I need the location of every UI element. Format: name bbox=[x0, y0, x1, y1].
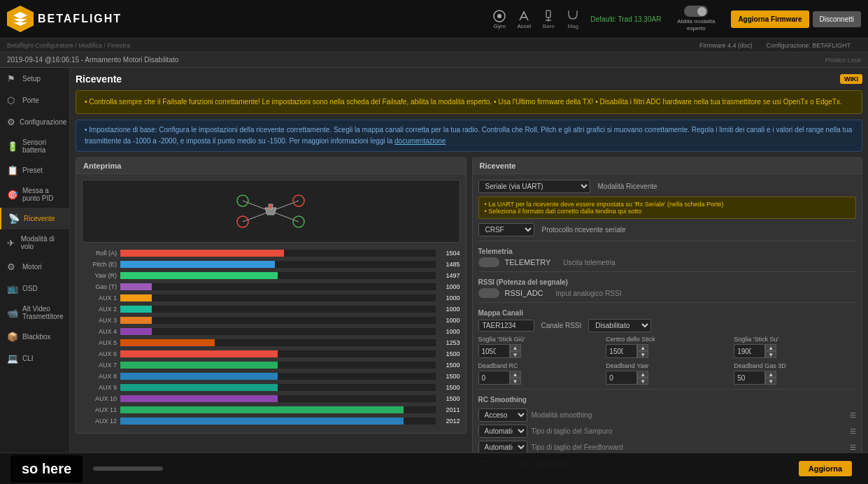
sidebar-item-sensori[interactable]: 🔋 Sensori batteria bbox=[0, 133, 69, 159]
stick-high-btns: ▲ ▼ bbox=[765, 344, 776, 358]
channel-bar-bg-1 bbox=[120, 261, 436, 268]
aggiorna-firmware-button[interactable]: Aggiorna Firmware bbox=[731, 10, 809, 28]
logo-hexagon bbox=[7, 6, 34, 32]
deadband-yaw-label: Deadband Yaw bbox=[606, 362, 728, 369]
channel-bar-fill-0 bbox=[120, 250, 284, 257]
channel-bar-bg-15 bbox=[120, 418, 436, 425]
channel-row-aux4: AUX 41000 bbox=[82, 327, 460, 336]
centro-down[interactable]: ▼ bbox=[637, 351, 648, 358]
deadband-yaw-input[interactable] bbox=[606, 371, 637, 385]
channel-bar-bg-5 bbox=[120, 306, 436, 313]
channel-bar-fill-6 bbox=[120, 317, 152, 324]
sidebar-preset-label: Preset bbox=[22, 166, 43, 174]
sidebar-item-messa[interactable]: 🎯 Messa a punto PID bbox=[0, 181, 69, 208]
smooth-auto-select-1[interactable]: Automatico bbox=[478, 425, 527, 438]
stick-low-label: Soglia 'Stick Giù' bbox=[478, 336, 601, 343]
uart-mode-select[interactable]: Seriale (via UART) bbox=[478, 180, 590, 193]
channel-bar-fill-10 bbox=[120, 362, 278, 369]
centro-label: Centro dello Stick bbox=[606, 336, 728, 343]
stick-low-up[interactable]: ▲ bbox=[510, 344, 521, 351]
telemetria-toggle[interactable] bbox=[478, 257, 499, 267]
channel-bar-fill-8 bbox=[120, 339, 215, 346]
sidebar-item-preset[interactable]: 📋 Preset bbox=[0, 159, 69, 181]
deadband-rc-input[interactable] bbox=[478, 371, 510, 385]
telemetria-out-label: Uscita telemetria bbox=[563, 259, 615, 266]
sidebar-item-cli[interactable]: 💻 CLI bbox=[0, 348, 69, 369]
deadband-gas-label: Deadband Gas 3D bbox=[734, 362, 856, 369]
sidebar-blackbox-label: Blackbox bbox=[22, 333, 51, 341]
channel-bar-bg-10 bbox=[120, 362, 436, 369]
deadband-gas-down[interactable]: ▼ bbox=[765, 378, 776, 385]
sidebar-item-blackbox[interactable]: 📦 Blackbox bbox=[0, 326, 69, 348]
channel-row-aux9: AUX 91500 bbox=[82, 383, 460, 392]
channel-value-10: 1500 bbox=[436, 362, 460, 369]
main-two-col: Anteprima bbox=[76, 157, 862, 484]
deadband-gas-up[interactable]: ▲ bbox=[765, 371, 776, 378]
smooth-toggle-2: ☰ bbox=[850, 427, 856, 435]
divider-1 bbox=[478, 241, 857, 241]
sidebar-video-label: Alt Video Trasmettitore bbox=[22, 305, 64, 320]
smooth-toggle-1: ☰ bbox=[850, 411, 856, 419]
sidebar-item-setup[interactable]: ⚑ Setup bbox=[0, 68, 69, 90]
osd-icon: 📺 bbox=[7, 283, 18, 294]
sidebar-item-motori[interactable]: ⚙ Motori bbox=[0, 256, 69, 278]
channel-label-15: AUX 12 bbox=[82, 418, 120, 425]
channel-bar-bg-0 bbox=[120, 250, 436, 257]
sidebar-item-configurazione[interactable]: ⚙ Configurazione bbox=[0, 111, 69, 133]
smooth-toggle-3: ☰ bbox=[850, 443, 856, 451]
centro-input[interactable] bbox=[606, 344, 637, 358]
video-icon: 📹 bbox=[7, 308, 18, 318]
telemetria-section-title: Telemetria bbox=[478, 245, 857, 257]
rssi-toggle[interactable] bbox=[478, 288, 499, 298]
disconnetti-button[interactable]: Disconnetti bbox=[813, 11, 861, 27]
gyro-label: Gyro bbox=[494, 23, 506, 29]
centro-up[interactable]: ▲ bbox=[637, 344, 648, 351]
deadband-gas-btns: ▲ ▼ bbox=[765, 371, 776, 385]
stick-low-down[interactable]: ▼ bbox=[510, 351, 521, 358]
expert-mode-toggle[interactable]: Abilita modalità esperto bbox=[671, 6, 720, 31]
deadband-gas-input[interactable] bbox=[734, 371, 765, 385]
channel-bar-fill-4 bbox=[120, 294, 152, 301]
deadband-yaw-input-group: ▲ ▼ bbox=[606, 371, 728, 385]
rssi-input-label: Input analogico RSSI bbox=[556, 290, 622, 297]
channel-label-13: AUX 10 bbox=[82, 395, 120, 402]
anteprima-panel: Anteprima bbox=[76, 157, 467, 434]
stick-high-input[interactable] bbox=[734, 344, 765, 358]
stick-low-input[interactable] bbox=[478, 344, 510, 358]
smooth-acceso-select[interactable]: Acceso bbox=[478, 408, 527, 422]
deadband-rc-up[interactable]: ▲ bbox=[510, 371, 521, 378]
sidebar-item-ricevente[interactable]: 📡 Ricevente bbox=[0, 208, 69, 229]
toggle-switch-expert[interactable] bbox=[684, 6, 708, 17]
sidebar-item-video[interactable]: 📹 Alt Video Trasmettitore bbox=[0, 299, 69, 326]
channel-value-6: 1000 bbox=[436, 317, 460, 324]
deadband-yaw-down[interactable]: ▼ bbox=[637, 378, 648, 385]
deadband-yaw-up[interactable]: ▲ bbox=[637, 371, 648, 378]
setup-icon: ⚑ bbox=[7, 73, 18, 84]
sidebar-sensori-label: Sensori batteria bbox=[22, 138, 62, 154]
stick-high-down[interactable]: ▼ bbox=[765, 351, 776, 358]
wiki-badge[interactable]: WIKI bbox=[840, 74, 862, 84]
bottom-aggiorna-button[interactable]: Aggiorna bbox=[799, 461, 852, 476]
deadband-rc-down[interactable]: ▼ bbox=[510, 378, 521, 385]
channel-value-3: 1000 bbox=[436, 283, 460, 290]
channel-row-aux5: AUX 51253 bbox=[82, 338, 460, 348]
doc-link[interactable]: documentazione bbox=[394, 137, 446, 145]
main-layout: ⚑ Setup ⬡ Porte ⚙ Configurazione 🔋 Senso… bbox=[0, 68, 868, 484]
format-select[interactable]: CRSF bbox=[478, 223, 534, 236]
deadband-rc: Deadband RC ▲ ▼ bbox=[478, 362, 601, 385]
stick-high-up[interactable]: ▲ bbox=[765, 344, 776, 351]
mappa-section-title: Mappa Canali bbox=[478, 307, 857, 319]
sidebar-item-osd[interactable]: 📺 OSD bbox=[0, 278, 69, 299]
channel-value-9: 1500 bbox=[436, 350, 460, 357]
sidebar-item-modalita[interactable]: ✈ Modalità di volo bbox=[0, 229, 69, 256]
channel-value-1: 1485 bbox=[436, 261, 460, 268]
channel-bars: Roll (A)1504Pitch (E)1485Yaw (R)1497Gas … bbox=[82, 248, 460, 426]
channel-label-4: AUX 1 bbox=[82, 294, 120, 301]
deadband-grid: Deadband RC ▲ ▼ Deadban bbox=[478, 362, 857, 385]
format-label: Protocollo ricevente seriale bbox=[542, 226, 626, 234]
telemetria-label: TELEMETRY bbox=[505, 258, 551, 266]
mappa-canali-input[interactable] bbox=[478, 320, 534, 332]
scrollbar-indicator[interactable] bbox=[93, 467, 163, 471]
sidebar-item-porte[interactable]: ⬡ Porte bbox=[0, 90, 69, 111]
canale-rssi-select[interactable]: Disabilitato bbox=[588, 319, 651, 332]
